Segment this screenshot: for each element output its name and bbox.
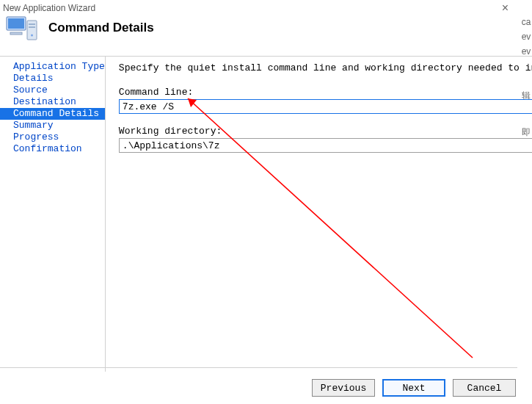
sidebar-item-confirmation[interactable]: Confirmation: [0, 143, 105, 155]
button-row: Previous Next Cancel: [312, 379, 516, 397]
wizard-window: New Application Wizard × Command Details…: [0, 0, 532, 404]
sidebar-item-application-type[interactable]: Application Type: [0, 61, 105, 73]
sidebar-item-source[interactable]: Source: [0, 84, 105, 96]
command-line-input[interactable]: [119, 99, 532, 114]
main-panel: Specify the quiet install command line a…: [105, 56, 532, 372]
command-line-group: Command line:: [119, 87, 532, 114]
svg-rect-5: [29, 26, 35, 28]
svg-rect-3: [27, 21, 37, 40]
previous-button[interactable]: Previous: [312, 379, 375, 397]
instruction-text: Specify the quiet install command line a…: [119, 62, 532, 73]
sidebar: Application Type Details Source Destinat…: [0, 56, 105, 372]
sidebar-item-details[interactable]: Details: [0, 73, 105, 84]
command-line-label: Command line:: [119, 87, 532, 98]
sidebar-item-summary[interactable]: Summary: [0, 120, 105, 131]
svg-rect-1: [8, 18, 24, 29]
page-title: Command Details: [48, 21, 154, 35]
working-dir-group: Working directory:: [119, 126, 532, 153]
working-dir-input[interactable]: [119, 138, 532, 153]
body: Application Type Details Source Destinat…: [0, 56, 517, 372]
sidebar-item-destination[interactable]: Destination: [0, 96, 105, 108]
sidebar-item-command-details[interactable]: Command Details: [0, 108, 105, 120]
computer-icon: [6, 13, 38, 43]
close-icon[interactable]: ×: [496, 0, 514, 16]
header: Command Details: [6, 7, 154, 48]
cancel-button[interactable]: Cancel: [453, 379, 516, 397]
working-dir-label: Working directory:: [119, 126, 532, 137]
svg-point-6: [31, 35, 33, 37]
sidebar-item-progress[interactable]: Progress: [0, 131, 105, 143]
divider: [0, 367, 517, 368]
svg-rect-4: [29, 24, 35, 25]
next-button[interactable]: Next: [382, 379, 445, 397]
svg-rect-2: [10, 32, 22, 35]
